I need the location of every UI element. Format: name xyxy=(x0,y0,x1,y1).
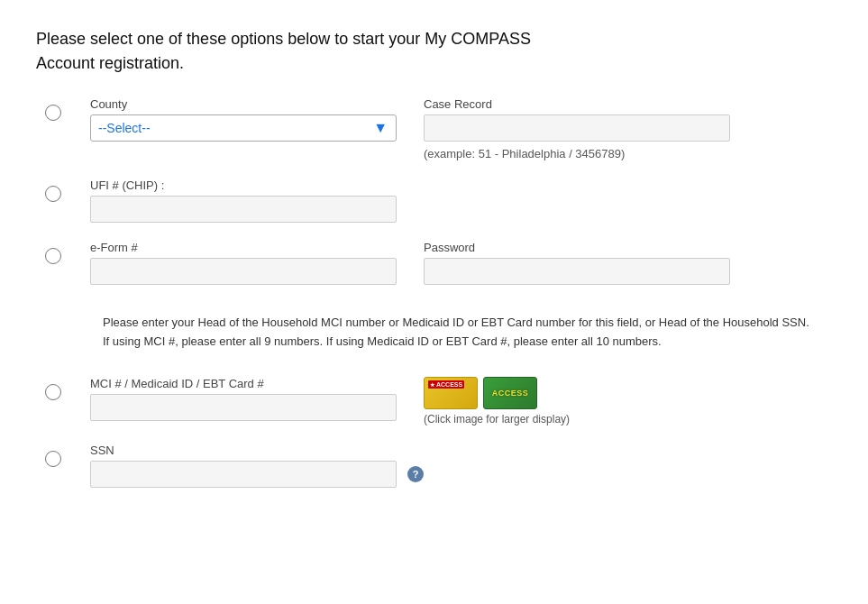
mci-label: MCI # / Medicaid ID / EBT Card # xyxy=(90,377,397,390)
county-field-group: County --Select-- Adams Allegheny Armstr… xyxy=(90,97,397,160)
fields-ufi: UFI # (CHIP) : xyxy=(90,178,832,223)
county-select-wrapper: --Select-- Adams Allegheny Armstrong Bea… xyxy=(90,114,397,142)
ebt-image-group: ★ ACCESS ACCESS (Click image for larger … xyxy=(424,377,570,426)
ssn-help-icon[interactable]: ? xyxy=(407,466,424,482)
case-record-field-group: Case Record (example: 51 - Philadelphia … xyxy=(424,97,730,160)
option-row-1: County --Select-- Adams Allegheny Armstr… xyxy=(45,97,832,160)
county-label: County xyxy=(90,97,397,111)
radio-option-1[interactable] xyxy=(45,105,61,121)
fields-mci: MCI # / Medicaid ID / EBT Card # ★ ACCES… xyxy=(90,377,832,426)
fields-county-case: County --Select-- Adams Allegheny Armstr… xyxy=(90,97,832,160)
ufi-input[interactable] xyxy=(90,196,397,223)
click-image-text: (Click image for larger display) xyxy=(424,413,570,426)
option-row-3: e-Form # Password xyxy=(45,241,832,285)
ssn-input[interactable] xyxy=(90,461,397,488)
info-text-block: Please enter your Head of the Household … xyxy=(90,303,829,362)
mci-field-group: MCI # / Medicaid ID / EBT Card # xyxy=(90,377,397,426)
option-row-5: SSN ? xyxy=(45,444,832,488)
radio-col-5 xyxy=(45,444,90,470)
ufi-label: UFI # (CHIP) : xyxy=(90,178,397,192)
radio-col-1 xyxy=(45,97,90,124)
registration-form: County --Select-- Adams Allegheny Armstr… xyxy=(36,97,832,488)
ebt-access-card-2[interactable]: ACCESS xyxy=(483,377,537,409)
password-input[interactable] xyxy=(424,258,730,285)
ssn-label-row: SSN xyxy=(90,444,424,457)
radio-col-3 xyxy=(45,241,90,267)
eform-label: e-Form # xyxy=(90,241,397,254)
access-card-label-1: ★ ACCESS xyxy=(428,380,464,389)
option-row-4: MCI # / Medicaid ID / EBT Card # ★ ACCES… xyxy=(45,377,832,426)
case-record-input[interactable] xyxy=(424,114,730,142)
radio-option-3[interactable] xyxy=(45,248,61,264)
password-label: Password xyxy=(424,241,730,254)
county-select[interactable]: --Select-- Adams Allegheny Armstrong Bea… xyxy=(90,114,397,142)
page-title: Please select one of these options below… xyxy=(36,27,775,76)
mci-input[interactable] xyxy=(90,394,397,421)
star-icon: ★ xyxy=(430,381,434,388)
case-record-helper: (example: 51 - Philadelphia / 3456789) xyxy=(424,147,730,160)
ebt-card-images[interactable]: ★ ACCESS ACCESS xyxy=(424,377,570,409)
radio-option-5[interactable] xyxy=(45,451,61,467)
option-row-2: UFI # (CHIP) : xyxy=(45,178,832,223)
info-text: Please enter your Head of the Household … xyxy=(103,316,809,348)
access-card-text-2: ACCESS xyxy=(492,389,529,398)
eform-field-group: e-Form # xyxy=(90,241,397,285)
radio-option-4[interactable] xyxy=(45,384,61,400)
fields-ssn: SSN ? xyxy=(90,444,832,488)
eform-input[interactable] xyxy=(90,258,397,285)
case-record-label: Case Record xyxy=(424,97,730,111)
radio-option-2[interactable] xyxy=(45,186,61,202)
ufi-field-group: UFI # (CHIP) : xyxy=(90,178,397,223)
ssn-label: SSN xyxy=(90,444,114,457)
radio-col-2 xyxy=(45,178,90,205)
fields-eform: e-Form # Password xyxy=(90,241,832,285)
ebt-access-card-1[interactable]: ★ ACCESS xyxy=(424,377,478,409)
radio-col-4 xyxy=(45,377,90,403)
password-field-group: Password xyxy=(424,241,730,285)
ssn-field-group: SSN ? xyxy=(90,444,424,488)
